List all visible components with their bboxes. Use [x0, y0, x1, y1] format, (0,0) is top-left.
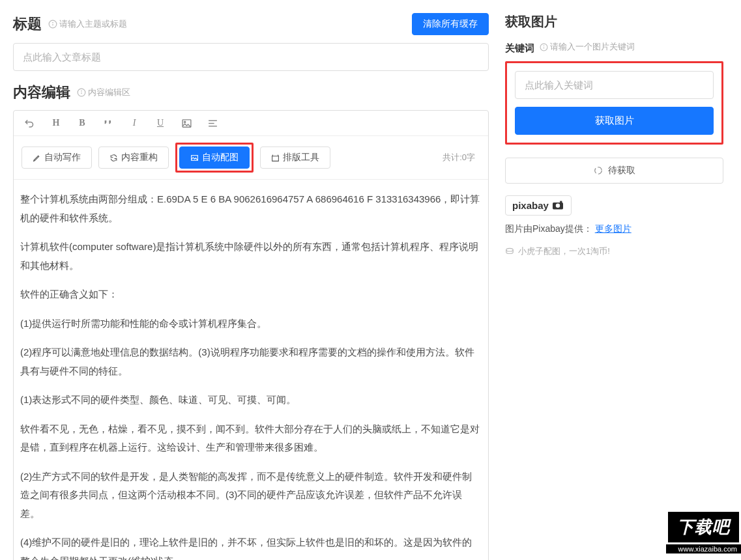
content-hint: 内容编辑区 [77, 87, 130, 98]
info-icon [48, 20, 57, 29]
spinner-icon [594, 166, 603, 175]
svg-point-2 [53, 22, 53, 23]
auto-write-button[interactable]: 自动写作 [22, 147, 92, 169]
underline-icon[interactable]: U [154, 118, 166, 128]
paragraph: (1)提供运行时所需功能和性能的命令或计算机程序集合。 [20, 315, 482, 333]
info-icon [77, 88, 86, 97]
title-header: 标题 请输入主题或标题 清除所有缓存 [13, 13, 489, 35]
paragraph: (1)表达形式不同的硬件类型、颜色、味道、可见、可摸、可闻。 [20, 391, 482, 410]
svg-point-15 [594, 167, 602, 174]
coin-icon [505, 247, 514, 256]
layout-icon [271, 154, 280, 162]
format-toolbar: H B I U [14, 111, 488, 136]
watermark-url: www.xiazaiba.com [666, 544, 741, 553]
watermark-badge: 下载吧 www.xiazaiba.com [666, 510, 741, 553]
credit-row: 小虎子配图，一次1淘币! [505, 245, 723, 257]
action-toolbar: 自动写作 内容重构 自动配图 排版工具 共计:0字 [14, 136, 488, 180]
fetch-image-button[interactable]: 获取图片 [515, 107, 714, 135]
paragraph: (2)程序可以满意地处理信息的数据结构。(3)说明程序功能要求和程序需要的文档的… [20, 343, 482, 380]
image-icon[interactable] [181, 118, 192, 129]
camera-icon [551, 200, 564, 210]
pencil-icon [33, 154, 41, 162]
restructure-button[interactable]: 内容重构 [98, 147, 169, 169]
svg-point-17 [556, 204, 560, 208]
quote-icon[interactable] [102, 118, 114, 128]
refresh-icon [109, 154, 118, 162]
content-label: 内容编辑 [13, 83, 70, 102]
paragraph: 软件的正确含义如下： [20, 285, 482, 304]
sidebar: 获取图片 关键词 请输入一个图片关键词 获取图片 待获取 pixabay 图片由… [502, 0, 733, 560]
align-icon[interactable] [207, 118, 218, 129]
title-hint: 请输入主题或标题 [48, 18, 127, 30]
keyword-label: 关键词 [505, 42, 534, 55]
clear-cache-button[interactable]: 清除所有缓存 [412, 13, 489, 35]
auto-image-button[interactable]: 自动配图 [179, 147, 250, 169]
keyword-hint: 请输入一个图片关键词 [540, 41, 635, 53]
title-input[interactable] [13, 43, 489, 71]
info-icon [540, 43, 548, 51]
keyword-highlight: 获取图片 [505, 61, 723, 145]
pixabay-logo: pixabay [505, 195, 572, 216]
content-header: 内容编辑 内容编辑区 [13, 83, 489, 102]
watermark-text: 下载吧 [666, 510, 741, 544]
paragraph: (2)生产方式不同的软件是开发，是人类智能的高发挥，而不是传统意义上的硬件制造。… [20, 468, 482, 524]
svg-point-5 [81, 91, 82, 91]
bold-icon[interactable]: B [76, 118, 88, 128]
auto-image-highlight: 自动配图 [175, 143, 254, 173]
layout-tool-button[interactable]: 排版工具 [260, 147, 330, 169]
side-title: 获取图片 [505, 13, 723, 31]
keyword-input[interactable] [515, 71, 714, 99]
status-box: 待获取 [505, 158, 723, 184]
paragraph: (4)维护不同的硬件是旧的，理论上软件是旧的，并不坏，但实际上软件也是旧的和坏的… [20, 533, 482, 560]
source-row: 图片由Pixabay提供： 更多图片 [505, 223, 723, 235]
paragraph: 软件看不见，无色，枯燥，看不见，摸不到，闻不到。软件大部分存在于人们的头脑或纸上… [20, 420, 482, 457]
heading-icon[interactable]: H [50, 118, 62, 128]
undo-icon[interactable] [24, 117, 36, 129]
picture-icon [190, 154, 199, 162]
paragraph: 整个计算机系统由两部分组成：E.69DA 5 E 6 BA 9062616964… [20, 190, 482, 227]
more-images-link[interactable]: 更多图片 [595, 223, 632, 234]
content-area[interactable]: 整个计算机系统由两部分组成：E.69DA 5 E 6 BA 9062616964… [14, 180, 488, 560]
svg-point-7 [184, 121, 185, 122]
paragraph: 计算机软件(computer software)是指计算机系统中除硬件以外的所有… [20, 238, 482, 275]
word-count: 共计:0字 [443, 152, 480, 163]
svg-point-19 [506, 248, 514, 251]
svg-point-14 [544, 46, 544, 46]
editor-box: H B I U 自动写作 内容重构 [13, 110, 489, 560]
svg-rect-18 [560, 201, 562, 203]
italic-icon[interactable]: I [128, 118, 140, 128]
title-label: 标题 [13, 14, 42, 34]
